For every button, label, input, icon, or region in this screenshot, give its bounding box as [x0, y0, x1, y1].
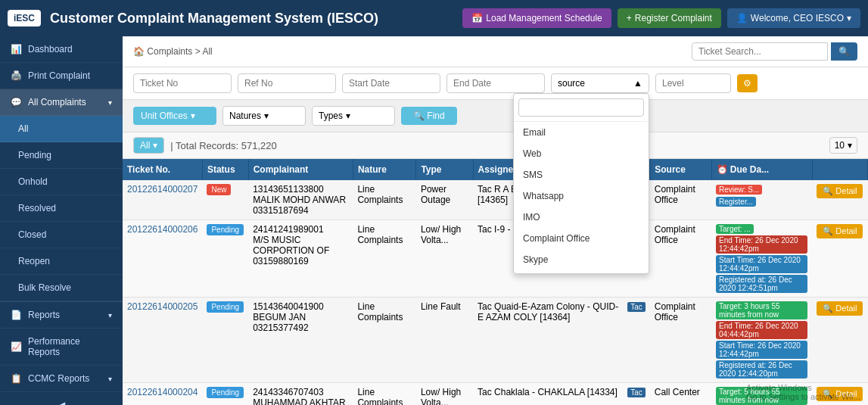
ticket-link[interactable]: 20122614000206 — [127, 224, 198, 235]
sidebar-label: CCMC Reports — [28, 373, 89, 384]
source-option-skype[interactable]: Skype — [514, 249, 649, 270]
start-date-input[interactable] — [342, 73, 440, 93]
table-toolbar: All ▾ | Total Records: 571,220 10 ▾ — [123, 132, 868, 159]
source-search-input[interactable] — [518, 98, 644, 117]
source-option-sms[interactable]: SMS — [514, 164, 649, 185]
source-option-email[interactable]: Email — [514, 122, 649, 143]
sidebar-label: All Complaints — [28, 97, 86, 107]
tac-badge: Tac — [627, 388, 646, 397]
detail-btn[interactable]: 🔍 Detail — [817, 184, 863, 198]
chat-icon: 💬 — [11, 97, 22, 107]
activate-windows-watermark: Activate WindowsGo to Settings to activa… — [746, 383, 860, 401]
chevron-down-icon: ▾ — [847, 13, 851, 23]
ticket-link[interactable]: 20122614000205 — [127, 301, 198, 312]
ticket-search-btn[interactable]: 🔍 — [831, 42, 857, 61]
assigned-cell: Tac Chaklala - CHAKLALA [14334] — [473, 383, 623, 406]
review-badge: Review: S... — [716, 185, 762, 195]
sidebar-item-all-complaints[interactable]: 💬 All Complaints ▾ — [0, 89, 123, 116]
source-cell: Call Center — [650, 383, 711, 406]
chevron-down-icon: ▾ — [108, 98, 112, 107]
sidebar-item-print-complaint[interactable]: 🖨️ Print Complaint — [0, 63, 123, 89]
ticket-no-cell: 20122614000207 — [123, 180, 202, 220]
header: iESC Customer Complaint Management Syste… — [0, 0, 868, 36]
source-label: source — [558, 78, 585, 89]
natures-label: Natures — [229, 111, 261, 121]
source-option-imo[interactable]: IMO — [514, 207, 649, 228]
breadcrumb-bar: 🏠 Complaints > All 🔍 — [123, 36, 868, 67]
ticket-no-cell: 20122614000206 — [123, 220, 202, 298]
level-settings-btn[interactable]: ⚙ — [737, 74, 758, 92]
sidebar-item-resolved[interactable]: Resolved — [0, 195, 123, 222]
sidebar-item-reopen[interactable]: Reopen — [0, 248, 123, 275]
sidebar-item-dashboard[interactable]: 📊 Dashboard — [0, 36, 123, 63]
all-select[interactable]: All ▾ — [133, 137, 164, 154]
find-btn[interactable]: 🔍 Find — [401, 107, 457, 125]
start-time-badge: Start Time: 26 Dec 2020 12:44:42pm — [716, 255, 807, 273]
col-nature: Nature — [353, 159, 416, 180]
load-mgmt-btn[interactable]: 📅 Load Management Schedule — [462, 8, 611, 28]
sidebar: 📊 Dashboard 🖨️ Print Complaint 💬 All Com… — [0, 36, 123, 405]
detail-btn[interactable]: 🔍 Detail — [817, 301, 863, 316]
sidebar-item-ccmc-reports[interactable]: 📋 CCMC Reports ▾ — [0, 366, 123, 392]
source-search — [514, 94, 649, 122]
status-badge: Pending — [207, 301, 244, 313]
sidebar-item-closed[interactable]: Closed — [0, 222, 123, 248]
ticket-link[interactable]: 20122614000204 — [127, 387, 198, 397]
nature-cell: Line Complaints — [353, 220, 416, 298]
to-cell: Tac — [623, 298, 650, 383]
to-cell: Tac — [623, 383, 650, 406]
target-badge: Target: ... — [716, 224, 754, 234]
table-row: 20122614000207 New 13143651133800MALIK M… — [123, 180, 868, 220]
source-option-complaint-office[interactable]: Complaint Office — [514, 228, 649, 249]
col-due-date: ⏰ Due Da... — [711, 159, 812, 180]
user-menu-btn[interactable]: 👤 Welcome, CEO IESCO ▾ — [727, 8, 860, 28]
natures-select[interactable]: Natures ▾ — [222, 106, 306, 126]
ticket-no-input[interactable] — [133, 73, 232, 93]
source-option-whatsapp[interactable]: Whatsapp — [514, 185, 649, 207]
sidebar-item-all[interactable]: All — [0, 116, 123, 142]
main-content: 🏠 Complaints > All 🔍 source ▲ — [123, 36, 868, 405]
end-date-input[interactable] — [446, 73, 545, 93]
end-time-badge: End Time: 26 Dec 2020 12:44:42pm — [716, 235, 807, 254]
register-complaint-btn[interactable]: + Register Complaint — [618, 8, 721, 28]
complainant-cell: 15143640041900BEGUM JAN03215377492 — [248, 298, 353, 383]
tac-badge: Tac — [627, 302, 646, 312]
source-option-mobile-app[interactable]: Mobile App — [514, 270, 649, 273]
registered-badge: Registered at: 26 Dec 2020 12:42:51pm — [716, 275, 807, 293]
ticket-link[interactable]: 20122614000207 — [127, 184, 198, 195]
sidebar-sub-label: Onhold — [18, 176, 48, 187]
source-option-web[interactable]: Web — [514, 143, 649, 164]
types-select[interactable]: Types ▾ — [312, 106, 395, 126]
table-row: 20122614000206 Pending 24141241989001M/S… — [123, 220, 868, 298]
source-select[interactable]: source ▲ — [551, 73, 649, 93]
nature-cell: Line Complaints — [353, 383, 416, 406]
sidebar-item-performance-reports[interactable]: 📈 Performance Reports — [0, 329, 123, 366]
left-arrow-icon: ◀ — [58, 400, 65, 405]
level-input[interactable] — [655, 73, 731, 93]
sidebar-item-onhold[interactable]: Onhold — [0, 169, 123, 195]
chevron-down-icon: ▾ — [108, 311, 112, 319]
end-time-badge: End Time: 26 Dec 2020 04:44:42pm — [716, 321, 807, 339]
table-container: Ticket No. Status Complainant Nature Typ… — [123, 159, 868, 405]
sidebar-sub-label: Bulk Resolve — [18, 282, 71, 293]
sidebar-item-bulk-resolve[interactable]: Bulk Resolve — [0, 275, 123, 301]
sidebar-sub-label: All — [18, 123, 28, 134]
main-layout: 📊 Dashboard 🖨️ Print Complaint 💬 All Com… — [0, 36, 868, 405]
ref-no-input[interactable] — [238, 73, 336, 93]
print-icon: 🖨️ — [11, 70, 22, 81]
target-badge: Target: 3 hours 55 minutes from now — [716, 301, 807, 319]
unit-offices-label: Unit Offices — [141, 111, 188, 121]
chevron-down-icon: ▾ — [848, 140, 852, 151]
complaints-table: Ticket No. Status Complainant Nature Typ… — [123, 159, 868, 405]
page-size-select[interactable]: 10 ▾ — [829, 137, 857, 154]
sidebar-item-pending[interactable]: Pending — [0, 142, 123, 169]
due-date-cell: Target: 3 hours 55 minutes from now End … — [711, 298, 812, 383]
detail-btn[interactable]: 🔍 Detail — [817, 224, 863, 238]
unit-offices-select[interactable]: Unit Offices ▾ — [133, 107, 216, 125]
registered-badge: Registered at: 26 Dec 2020 12:44:20pm — [716, 360, 807, 379]
ticket-search-input[interactable] — [692, 42, 828, 61]
dashboard-icon: 📊 — [11, 44, 22, 55]
sidebar-item-reports[interactable]: 📄 Reports ▾ — [0, 302, 123, 329]
sidebar-collapse-btn[interactable]: ◀ — [0, 392, 123, 405]
status-badge: Pending — [207, 387, 244, 398]
